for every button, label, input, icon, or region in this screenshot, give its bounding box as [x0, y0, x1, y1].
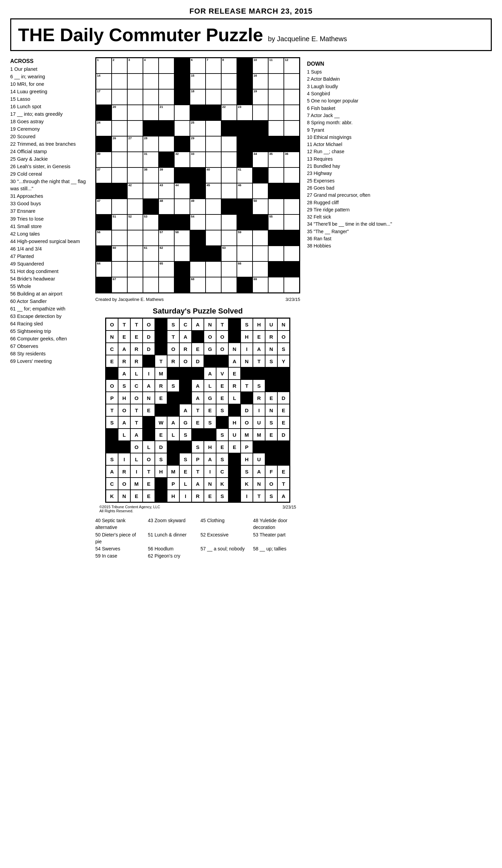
- cell-number-69: 69: [253, 278, 257, 281]
- solved-cell-1-0: N: [106, 331, 118, 343]
- grid-cell-10-1: 51: [112, 215, 127, 230]
- solved-cell-10-11: P: [241, 441, 253, 453]
- grid-cell-6-7: [206, 152, 221, 167]
- solved-cell-7-12: I: [253, 404, 265, 416]
- grid-cell-2-3: [143, 89, 159, 105]
- grid-cell-3-9: 23: [237, 105, 252, 121]
- solved-cell-6-10: L: [228, 392, 241, 404]
- cell-number-54: 54: [191, 215, 194, 218]
- grid-cell-1-4: [159, 73, 174, 89]
- solved-cell-0-2: T: [130, 318, 143, 331]
- cell-number-42: 42: [128, 184, 132, 187]
- grid-cell-0-10: 10: [252, 58, 268, 73]
- grid-cell-2-10: 19: [252, 89, 268, 105]
- grid-cell-9-9: [237, 199, 252, 215]
- title-box: THE Daily Commuter Puzzle by Jacqueline …: [10, 18, 492, 51]
- grid-cell-14-6: 68: [190, 277, 206, 293]
- across-title: ACROSS: [10, 57, 88, 65]
- cell-number-6: 6: [191, 59, 192, 62]
- cell-number-62: 62: [160, 246, 163, 249]
- grid-cell-0-5: [174, 58, 190, 73]
- solved-cell-4-6: [179, 367, 192, 380]
- solved-cell-9-8: [204, 428, 216, 441]
- grid-cell-14-4: [159, 277, 174, 293]
- grid-cell-1-7: [206, 73, 221, 89]
- solved-cell-5-4: R: [155, 380, 167, 392]
- grid-cell-14-9: [237, 277, 252, 293]
- solved-cell-14-9: S: [216, 490, 228, 502]
- cell-number-64: 64: [97, 262, 101, 265]
- grid-cell-4-11: [268, 121, 284, 136]
- solved-cell-6-9: E: [216, 392, 228, 404]
- grid-cell-4-6: 25: [190, 121, 206, 136]
- solved-cell-6-5: [167, 392, 179, 404]
- solved-cell-11-6: S: [179, 453, 192, 465]
- solved-cell-9-10: U: [228, 428, 241, 441]
- grid-cell-3-12: [284, 105, 300, 121]
- grid-cell-13-3: [143, 261, 159, 277]
- grid-cell-11-12: [284, 230, 300, 246]
- across-clue-29: 29 Cold cereal: [10, 170, 88, 178]
- solved-cell-10-5: [167, 441, 179, 453]
- cell-number-43: 43: [160, 184, 163, 187]
- grid-cell-14-10: 69: [252, 277, 268, 293]
- grid-cell-9-0: 47: [96, 199, 112, 215]
- across-clue-14: 14 Luau greeting: [10, 88, 88, 95]
- cell-number-12: 12: [285, 59, 288, 62]
- cell-number-29: 29: [191, 137, 194, 140]
- cell-number-36: 36: [285, 153, 288, 156]
- grid-cell-12-0: [96, 246, 112, 261]
- down-clue-23: 23 Highway: [307, 170, 492, 177]
- solved-cell-13-12: N: [253, 477, 265, 490]
- grid-cell-10-12: [284, 215, 300, 230]
- grid-cell-11-3: [143, 230, 159, 246]
- grid-cell-14-11: [268, 277, 284, 293]
- solved-cell-12-10: [228, 465, 241, 477]
- cell-number-39: 39: [160, 168, 163, 171]
- grid-cell-3-4: 21: [159, 105, 174, 121]
- solved-cell-12-2: I: [130, 465, 143, 477]
- down-clue-4: 4 Songbird: [307, 90, 492, 97]
- down-clue-6: 6 Fish basket: [307, 105, 492, 112]
- solved-cell-5-14: [278, 380, 290, 392]
- solved-cell-7-6: A: [179, 404, 192, 416]
- grid-cell-0-7: 7: [206, 58, 221, 73]
- solved-cell-10-8: H: [204, 441, 216, 453]
- solved-cell-9-7: [192, 428, 204, 441]
- grid-cell-5-10: [252, 136, 268, 152]
- grid-cell-0-9: [237, 58, 252, 73]
- grid-cell-6-8: [221, 152, 237, 167]
- solved-cell-13-13: O: [265, 477, 278, 490]
- grid-cell-4-12: [284, 121, 300, 136]
- solved-cell-11-7: P: [192, 453, 204, 465]
- solved-cell-6-1: H: [118, 392, 130, 404]
- solved-cell-4-5: [167, 367, 179, 380]
- solved-cell-5-9: E: [216, 380, 228, 392]
- solved-cell-11-13: [265, 453, 278, 465]
- solved-cell-3-14: Y: [278, 355, 290, 367]
- grid-cell-6-4: [159, 152, 174, 167]
- grid-cell-5-0: [96, 136, 112, 152]
- solved-cell-2-2: R: [130, 343, 143, 355]
- solved-cell-3-7: D: [192, 355, 204, 367]
- down-clue-10: 10 Ethical misgivings: [307, 134, 492, 141]
- solved-cell-7-2: T: [130, 404, 143, 416]
- solved-cell-2-11: I: [241, 343, 253, 355]
- grid-cell-10-2: 52: [127, 215, 143, 230]
- solved-cell-1-10: [228, 331, 241, 343]
- grid-cell-11-7: [206, 230, 221, 246]
- grid-cell-10-11: 55: [268, 215, 284, 230]
- cell-number-14: 14: [97, 74, 101, 77]
- grid-cell-7-1: [112, 167, 127, 183]
- cell-number-35: 35: [269, 153, 273, 156]
- solved-cell-11-11: H: [241, 453, 253, 465]
- solved-cell-5-6: [179, 380, 192, 392]
- solved-cell-2-14: S: [278, 343, 290, 355]
- solved-cell-11-3: O: [143, 453, 155, 465]
- solved-cell-5-1: S: [118, 380, 130, 392]
- cell-number-57: 57: [160, 231, 163, 234]
- grid-cell-12-11: [268, 246, 284, 261]
- grid-cell-1-5: [174, 73, 190, 89]
- down-clue-8: 8 Spring month: abbr.: [307, 119, 492, 126]
- cell-number-40: 40: [207, 168, 210, 171]
